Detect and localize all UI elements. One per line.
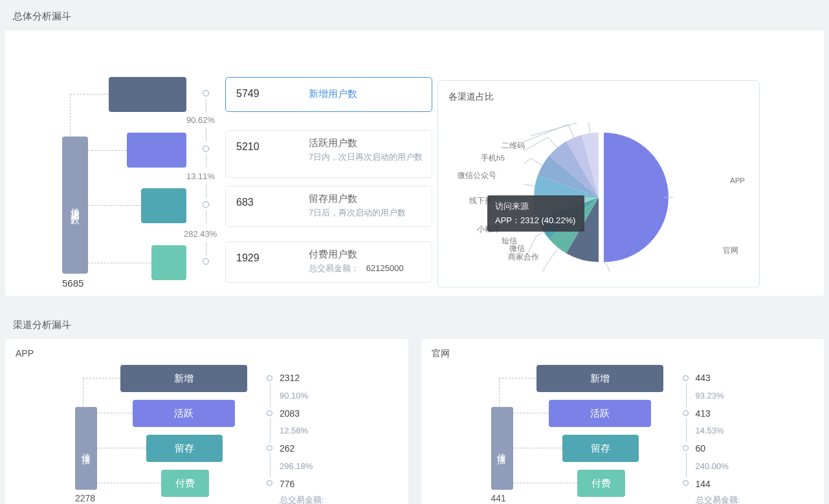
txn-value: 62125000 [366,263,404,273]
cv3: 262 [280,443,294,454]
vline3b [206,241,206,256]
cv2: 413 [696,408,711,419]
vline3 [206,210,206,223]
txn-label: 总交易金额： [309,263,359,273]
stat-desc: 7日内，次日再次启动的用户数 [309,151,426,163]
cp3: 240.00% [696,461,729,471]
stat-panel-retain[interactable]: 683 留存用户数 7日后，再次启动的用户数 [225,186,432,227]
cd2 [683,410,689,416]
pie-slice-app[interactable] [604,133,669,262]
cl2 [686,418,687,443]
tooltip-title: 访问来源 [495,201,577,212]
d1 [83,378,120,378]
ch-root-value: 2278 [75,493,95,503]
pie-label-sms: 短信 [502,236,517,246]
channel-name: 官网 [432,348,450,360]
rate1: 90.62% [186,115,215,125]
funnel-stage-pay [151,245,186,280]
funnel-stage-new [109,77,186,112]
stat-title: 活跃用户数 [309,137,357,149]
lbl: 留存 [591,443,610,455]
lbl: 活跃 [174,408,193,420]
stat-panel-pay[interactable]: 1929 付费用户数 总交易金额： 62125000 [225,241,432,283]
funnel-stage-active [127,133,186,168]
dot3 [203,201,209,208]
dash-v [70,94,71,137]
cv4: 144 [696,479,711,489]
d3 [97,448,146,448]
ch-block-retain: 留存 [146,435,223,462]
dv [83,378,83,408]
cd4 [267,480,272,486]
stat-val: 683 [236,197,254,208]
pie-tooltip: 访问来源 APP：2312 (40.22%) [487,195,584,232]
cv2: 2083 [280,408,300,419]
funnel-root-value: 5685 [62,278,83,289]
funnel-root: 传播用户数 [62,137,88,274]
ch-block-pay: 付费 [577,470,625,497]
overall-funnel-card: 传播用户数 5685 90.62% 13.11% 282.43% 5749 新增… [5,30,824,296]
ch-block-pay: 付费 [161,470,209,497]
cp1: 90.10% [280,391,308,400]
pie-panel: 各渠道占比 [437,80,760,287]
cv3: 60 [696,443,706,454]
lbl: 付费 [591,477,611,490]
cp3: 296.18% [280,461,313,471]
lbl: 新增 [174,373,193,385]
cd3 [683,445,689,451]
cd2 [267,410,272,416]
d2 [513,413,549,413]
vline1 [206,99,206,112]
tooltip-line: APP：2312 (40.22%) [495,215,577,226]
stat-val: 5210 [236,141,260,153]
txnl: 总交易金额: [280,494,324,504]
funnel-root-label: 传播用户数 [69,201,81,210]
lbl: 活跃 [590,408,610,420]
pie-label-guanwang: 官网 [723,246,738,256]
pie-label-merchant: 商家合作 [508,252,539,262]
ch-block-active: 活跃 [549,400,651,427]
ch-root-label: 传播 [80,446,92,451]
dash-to-stage2 [88,150,127,151]
stat-val: 5749 [236,88,260,100]
funnel-stage-retain [141,188,186,223]
dot1 [203,90,209,96]
vline1b [206,127,206,142]
cv4: 776 [280,479,294,489]
stat-val: 1929 [236,252,260,264]
cl3 [270,453,271,477]
cl1 [686,383,687,408]
d2 [97,413,133,413]
stat-panel-active[interactable]: 5210 活跃用户数 7日内，次日再次启动的用户数 [225,130,432,178]
cv1: 443 [696,373,711,383]
section-title-overall: 总体分析漏斗 [0,0,829,30]
cd3 [267,445,272,451]
ch-root-label: 传播 [496,446,508,451]
d4 [97,483,162,483]
lbl: 付费 [175,477,195,490]
cd4 [683,480,689,486]
d4 [513,483,578,483]
cl3 [686,453,687,477]
stat-desc: 总交易金额： 62125000 [309,263,426,274]
stat-title: 付费用户数 [309,248,357,261]
pie-label-mp: 微信公众号 [458,171,496,181]
cd1 [683,375,689,381]
dot4 [203,258,209,265]
lbl: 新增 [590,373,610,385]
dash-to-stage3 [88,205,141,206]
pie-label-h5: 手机h5 [481,153,505,163]
rate3: 282.43% [184,229,217,239]
stat-panel-new[interactable]: 5749 新增用户数 [225,77,432,112]
rate2: 13.11% [186,171,215,181]
ch-root-value: 441 [491,493,506,503]
dash-to-stage4 [88,263,151,263]
stat-title: 留存用户数 [309,193,357,205]
vline2b [206,184,206,199]
d3 [513,448,562,448]
ch-block-active: 活跃 [133,400,235,427]
channel-card-app: APP 传播 2278 新增 活跃 留存 付费 2312 [5,339,408,504]
d1 [499,378,536,378]
pie-label-qr: 二维码 [502,141,525,151]
ch-block-retain: 留存 [562,435,639,462]
